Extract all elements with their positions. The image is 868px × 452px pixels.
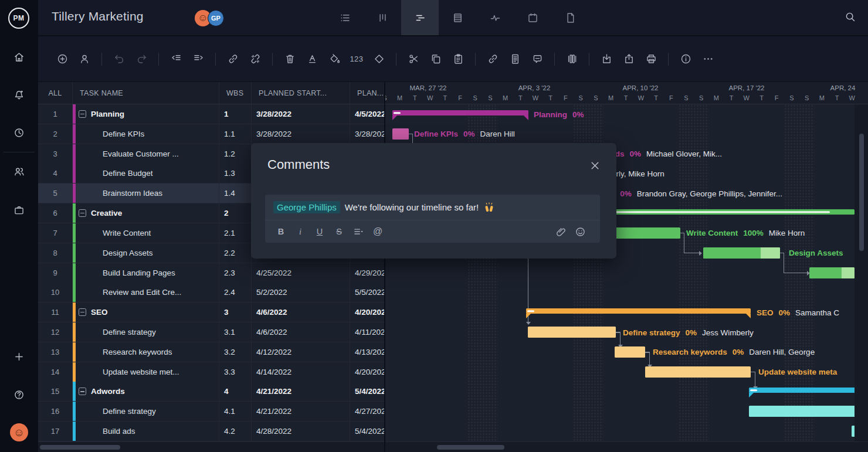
undo-icon[interactable] [110, 50, 128, 68]
more-icon[interactable] [699, 50, 717, 68]
table-row[interactable]: 9Build Landing Pages2.34/25/20224/29/202… [38, 263, 385, 283]
sidebar-people-icon[interactable] [0, 159, 38, 183]
column-header-all[interactable]: ALL [38, 82, 73, 104]
underline-icon[interactable]: U [312, 225, 327, 239]
gantt-task-bar[interactable] [749, 406, 855, 417]
mention-chip[interactable]: George Phillips [273, 201, 340, 213]
gantt-horizontal-scrollbar[interactable] [385, 441, 868, 452]
paperclip-icon[interactable] [553, 225, 568, 239]
notes-icon[interactable] [506, 50, 524, 68]
task-name-cell[interactable]: Build Landing Pages [73, 263, 219, 283]
link-tasks-icon[interactable] [224, 50, 242, 68]
text-color-icon[interactable] [303, 50, 321, 68]
task-name-cell[interactable]: Build ads [73, 422, 219, 441]
export-icon[interactable] [620, 50, 638, 68]
view-tab-activity-view[interactable] [476, 0, 514, 35]
gantt-group-bar[interactable] [605, 209, 855, 215]
task-name-cell[interactable]: Define strategy [73, 322, 219, 342]
sidebar-briefcase-icon[interactable] [0, 198, 38, 222]
attach-icon[interactable] [484, 50, 501, 68]
view-tab-sheet-view[interactable] [439, 0, 476, 35]
unlink-tasks-icon[interactable] [246, 50, 264, 68]
user-avatar[interactable]: ☺ [10, 423, 28, 441]
fill-color-icon[interactable] [326, 50, 343, 68]
paste-icon[interactable] [449, 50, 467, 68]
table-row[interactable]: 12Define strategy3.14/6/20224/11/2022 [38, 322, 385, 342]
task-name-cell[interactable]: Define strategy [73, 402, 219, 421]
close-icon[interactable] [589, 159, 601, 172]
sidebar-plus-icon[interactable] [0, 345, 38, 368]
copy-icon[interactable] [427, 50, 445, 68]
column-header-wbs[interactable]: WBS [219, 82, 252, 104]
list-dropdown-icon[interactable] [351, 225, 366, 239]
task-name-cell[interactable]: Define KPIs [73, 124, 219, 144]
view-tab-gantt-view[interactable] [401, 0, 439, 35]
task-name-cell[interactable]: Planning [73, 104, 219, 124]
gantt-task-bar[interactable] [392, 128, 409, 140]
table-row[interactable]: 15Adwords44/21/20225/4/2022 [38, 382, 385, 402]
outdent-icon[interactable] [167, 50, 185, 68]
column-header-planned-start[interactable]: PLANNED START... [252, 82, 350, 104]
scrollbar-thumb[interactable] [859, 134, 864, 251]
task-name-cell[interactable]: Update website met... [73, 362, 219, 382]
table-horizontal-scrollbar[interactable] [38, 441, 385, 452]
columns-icon[interactable] [563, 50, 581, 68]
search-icon[interactable] [844, 11, 856, 23]
comment-input[interactable]: George Phillips We're following our time… [265, 195, 600, 243]
cut-icon[interactable] [405, 50, 422, 68]
gantt-group-bar[interactable] [749, 388, 855, 393]
sidebar-help-icon[interactable] [0, 383, 38, 406]
collapse-icon[interactable] [79, 110, 86, 118]
table-row[interactable]: 1Planning13/28/20224/5/2022 [38, 104, 385, 124]
collapse-icon[interactable] [79, 209, 86, 217]
strikethrough-icon[interactable]: S [331, 225, 347, 239]
task-name-cell[interactable]: Brainstorm Ideas [73, 183, 219, 203]
sidebar-home-icon[interactable] [0, 45, 38, 69]
member-avatar-gp[interactable]: GP [208, 10, 224, 26]
numbers-icon[interactable]: 123 [348, 50, 365, 68]
scrollbar-thumb[interactable] [437, 445, 504, 450]
view-tab-page-view[interactable] [551, 0, 589, 35]
bold-icon[interactable]: B [273, 225, 289, 239]
collapse-icon[interactable] [79, 388, 86, 395]
import-icon[interactable] [598, 50, 615, 68]
at-mention-icon[interactable]: @ [370, 225, 385, 239]
gantt-task-bar[interactable] [703, 247, 780, 259]
gantt-vertical-scrollbar[interactable] [855, 104, 868, 441]
add-task-icon[interactable] [53, 50, 71, 68]
print-icon[interactable] [642, 50, 660, 68]
gantt-task-bar[interactable] [615, 346, 645, 358]
table-row[interactable]: 16Define strategy4.14/21/20224/27/2022 [38, 402, 385, 422]
task-name-cell[interactable]: Adwords [73, 382, 219, 401]
gantt-task-bar[interactable] [528, 327, 616, 338]
task-name-cell[interactable]: Write Content [73, 223, 219, 243]
gantt-task-bar[interactable] [809, 267, 855, 278]
table-row[interactable]: 10Review and Edit Cre...2.45/2/20225/5/2… [38, 283, 385, 303]
task-name-cell[interactable]: Research keywords [73, 342, 219, 362]
table-row[interactable]: 14Update website met...3.34/14/20224/20/… [38, 362, 385, 382]
scrollbar-thumb[interactable] [40, 445, 120, 450]
delete-icon[interactable] [281, 50, 299, 68]
column-header-task-name[interactable]: TASK NAME [73, 82, 219, 104]
task-name-cell[interactable]: SEO [73, 303, 219, 322]
task-name-cell[interactable]: Evaluate Customer ... [73, 144, 219, 164]
redo-icon[interactable] [133, 50, 150, 68]
view-tab-list-view[interactable] [326, 0, 364, 35]
sidebar-clock-icon[interactable] [0, 121, 38, 144]
gantt-group-bar[interactable] [392, 110, 528, 115]
indent-icon[interactable] [189, 50, 207, 68]
smiley-icon[interactable] [572, 225, 588, 239]
table-row[interactable]: 13Research keywords3.24/12/20224/13/2022 [38, 342, 385, 362]
info-icon[interactable] [677, 50, 694, 68]
add-person-icon[interactable] [76, 50, 93, 68]
view-tab-calendar-view[interactable] [514, 0, 551, 35]
table-row[interactable]: 2Define KPIs1.13/28/20223/28/2022 [38, 124, 385, 144]
table-row[interactable]: 11SEO34/6/20224/20/2022 [38, 303, 385, 322]
table-row[interactable]: 17Build ads4.24/28/20225/4/2022 [38, 422, 385, 441]
view-tab-board-view[interactable] [364, 0, 401, 35]
gantt-group-bar[interactable] [526, 308, 751, 314]
milestone-icon[interactable] [370, 50, 388, 68]
pm-logo[interactable]: PM [8, 8, 29, 29]
italic-icon[interactable]: i [293, 225, 308, 239]
task-name-cell[interactable]: Design Assets [73, 243, 219, 263]
